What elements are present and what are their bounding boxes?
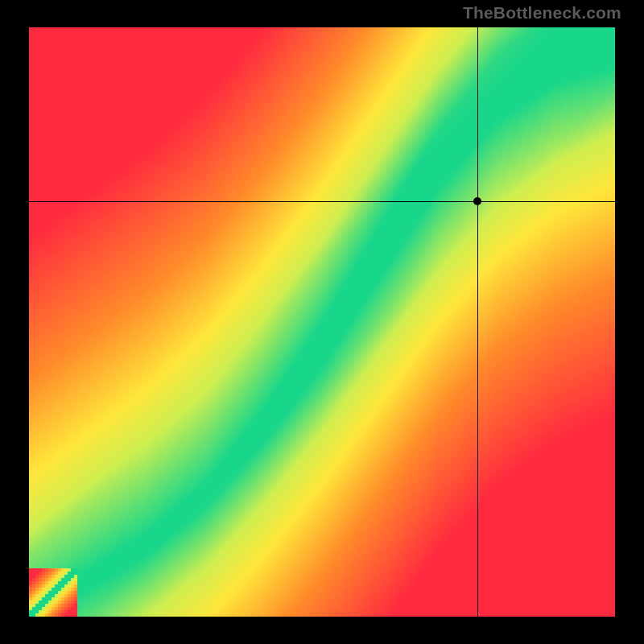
chart-container: TheBottleneck.com [0, 0, 644, 644]
bottleneck-heatmap [29, 27, 615, 617]
crosshair-vertical [477, 27, 478, 617]
crosshair-horizontal [29, 201, 615, 202]
marker-dot [473, 197, 481, 205]
attribution-label: TheBottleneck.com [463, 3, 621, 23]
plot-area [29, 27, 615, 617]
